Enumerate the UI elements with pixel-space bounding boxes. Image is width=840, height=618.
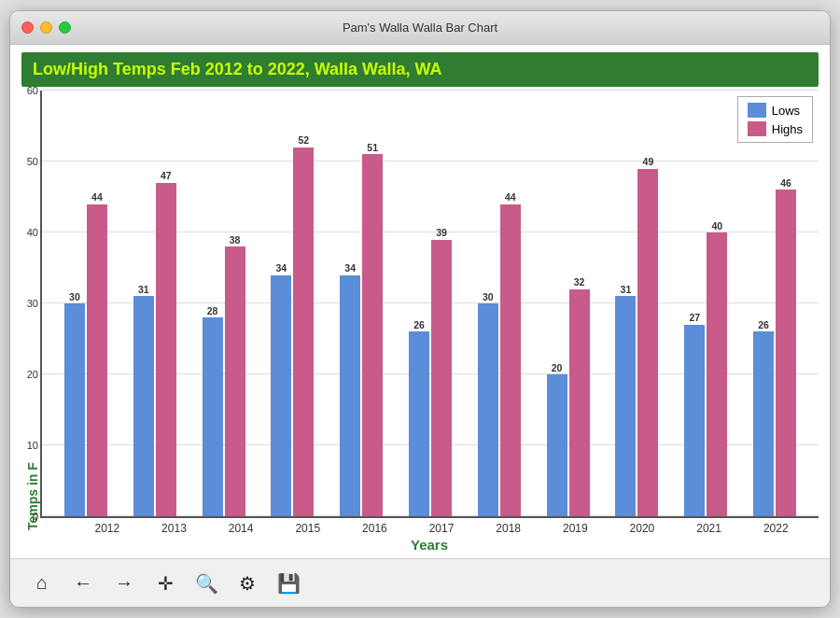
low-bar-wrap: 28: [203, 91, 223, 516]
main-window: Pam's Walla Walla Bar Chart Low/High Tem…: [9, 10, 831, 608]
year-group: 3452: [258, 91, 327, 516]
low-bar-wrap: 26: [753, 91, 774, 516]
low-value-label: 28: [207, 306, 218, 316]
minimize-button[interactable]: [40, 21, 52, 34]
chart-title: Low/High Temps Feb 2012 to 2022, Walla W…: [33, 60, 441, 78]
high-bar-wrap: 52: [293, 91, 314, 516]
high-bar: [637, 169, 658, 516]
low-bar: [271, 275, 291, 516]
high-bar: [225, 246, 245, 516]
high-bar: [776, 190, 796, 516]
low-value-label: 27: [689, 313, 700, 323]
low-value-label: 30: [483, 292, 494, 302]
chart-wrapper: Temps in F Lows Highs 0102030405: [21, 91, 819, 558]
x-axis-year-label: 2019: [541, 518, 609, 535]
high-bar: [500, 204, 521, 516]
traffic-lights: [21, 21, 71, 34]
home-button[interactable]: ⌂: [25, 567, 59, 600]
high-bar: [569, 289, 590, 516]
x-axis-year-label: 2022: [742, 518, 809, 535]
move-button[interactable]: ✛: [148, 567, 182, 600]
high-bar-wrap: 46: [776, 91, 796, 516]
low-bar: [615, 296, 636, 516]
high-bar-wrap: 32: [569, 91, 590, 516]
low-bar-wrap: 26: [409, 91, 429, 516]
low-value-label: 26: [413, 320, 425, 330]
high-bar: [362, 154, 383, 516]
low-bar-wrap: 27: [684, 91, 705, 516]
year-group: 3044: [465, 91, 534, 516]
high-bar-wrap: 49: [637, 91, 658, 516]
toolbar: ⌂←→✛🔍⚙💾: [10, 558, 830, 607]
title-bar: Pam's Walla Walla Bar Chart: [10, 11, 830, 45]
high-bar-wrap: 39: [431, 91, 452, 516]
year-group: 3147: [120, 91, 189, 516]
year-group: 2740: [671, 91, 740, 516]
low-value-label: 30: [69, 292, 80, 302]
high-bar-wrap: 44: [500, 91, 521, 516]
high-value-label: 47: [161, 171, 172, 181]
x-axis-year-label: 2014: [207, 518, 274, 535]
high-bar-wrap: 51: [362, 91, 383, 516]
high-bar-wrap: 38: [225, 91, 245, 516]
forward-button[interactable]: →: [107, 567, 141, 600]
high-bar: [156, 183, 176, 516]
high-value-label: 39: [436, 228, 447, 238]
low-bar-wrap: 30: [64, 91, 85, 516]
low-value-label: 34: [344, 263, 356, 274]
back-button[interactable]: ←: [66, 567, 100, 600]
low-value-label: 26: [758, 320, 769, 330]
low-bar: [478, 303, 498, 516]
high-value-label: 49: [643, 157, 654, 167]
year-group: 2639: [396, 91, 465, 516]
high-value-label: 44: [91, 192, 103, 203]
low-bar-wrap: 30: [478, 91, 498, 516]
x-axis-year-label: 2017: [408, 518, 475, 535]
low-value-label: 31: [621, 285, 632, 295]
low-bar: [203, 317, 223, 516]
bars-container: 3044314728383452345126393044203231492740…: [42, 91, 819, 516]
close-button[interactable]: [21, 21, 34, 34]
high-value-label: 46: [780, 178, 791, 189]
high-bar: [87, 204, 107, 516]
y-tick-label: 20: [16, 369, 38, 380]
high-bar-wrap: 44: [87, 91, 107, 516]
high-value-label: 40: [711, 221, 722, 232]
year-group: 2646: [740, 91, 809, 516]
save-button[interactable]: 💾: [272, 567, 305, 600]
year-group: 3044: [51, 91, 120, 516]
y-tick-label: 50: [16, 156, 38, 167]
year-group: 3451: [327, 91, 396, 516]
zoom-button[interactable]: 🔍: [189, 567, 223, 600]
low-bar: [547, 374, 567, 516]
y-tick-label: 30: [16, 298, 38, 309]
y-tick-label: 40: [16, 227, 38, 238]
settings-button[interactable]: ⚙: [231, 567, 264, 600]
high-value-label: 52: [299, 135, 310, 146]
x-axis-year-label: 2012: [74, 518, 141, 535]
high-bar-wrap: 40: [707, 91, 727, 516]
x-axis-year-label: 2021: [676, 518, 743, 535]
low-bar-wrap: 20: [547, 91, 567, 516]
low-bar-wrap: 31: [615, 91, 636, 516]
high-value-label: 44: [505, 192, 516, 203]
low-value-label: 34: [276, 263, 287, 274]
low-bar: [64, 303, 85, 516]
chart-inner: Lows Highs 01020304050603044314728383452…: [40, 91, 819, 558]
content-area: Low/High Temps Feb 2012 to 2022, Walla W…: [10, 45, 830, 558]
high-value-label: 32: [574, 277, 585, 288]
x-axis-labels: 2012201320142015201620172018201920202021…: [64, 518, 819, 535]
high-value-label: 38: [230, 235, 241, 246]
x-axis-year-label: 2016: [342, 518, 409, 535]
low-bar-wrap: 31: [133, 91, 154, 516]
year-group: 2838: [189, 91, 259, 516]
x-axis-year-label: 2015: [274, 518, 342, 535]
year-group: 3149: [603, 91, 672, 516]
y-tick-label: 10: [16, 440, 38, 451]
low-bar: [684, 325, 705, 516]
maximize-button[interactable]: [59, 21, 71, 34]
y-tick-label: 0: [16, 511, 38, 522]
high-bar: [707, 232, 727, 516]
high-bar: [293, 147, 314, 516]
chart-title-box: Low/High Temps Feb 2012 to 2022, Walla W…: [21, 52, 819, 87]
